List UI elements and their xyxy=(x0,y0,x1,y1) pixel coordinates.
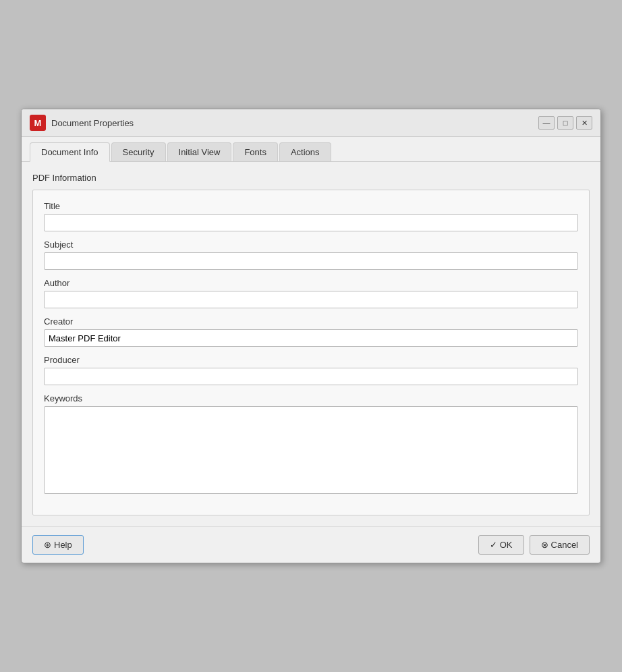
title-group: Title xyxy=(44,201,578,231)
footer-right: ✓ OK ⊗ Cancel xyxy=(478,535,590,555)
section-title: PDF Information xyxy=(32,173,590,183)
close-button[interactable]: ✕ xyxy=(576,116,592,130)
creator-group: Creator xyxy=(44,316,578,347)
minimize-button[interactable]: — xyxy=(538,116,555,130)
footer: ⊛ Help ✓ OK ⊗ Cancel xyxy=(22,526,600,563)
help-icon: ⊛ xyxy=(44,540,51,550)
tab-bar: Document Info Security Initial View Font… xyxy=(22,137,600,162)
title-input[interactable] xyxy=(44,214,578,231)
ok-button[interactable]: ✓ OK xyxy=(478,535,524,555)
producer-group: Producer xyxy=(44,355,578,385)
creator-input[interactable] xyxy=(44,329,578,347)
content-area: PDF Information Title Subject Author Cre… xyxy=(22,162,600,526)
subject-label: Subject xyxy=(44,240,578,250)
ok-label: OK xyxy=(500,540,513,550)
keywords-label: Keywords xyxy=(44,393,578,403)
creator-label: Creator xyxy=(44,316,578,327)
subject-input[interactable] xyxy=(44,252,578,270)
tab-security[interactable]: Security xyxy=(111,142,166,161)
author-label: Author xyxy=(44,278,578,288)
titlebar: M Document Properties — □ ✕ xyxy=(22,109,600,137)
app-icon: M xyxy=(30,115,46,131)
cancel-label: Cancel xyxy=(551,540,578,550)
tab-document-info[interactable]: Document Info xyxy=(30,142,110,162)
ok-check-icon: ✓ xyxy=(490,540,497,550)
keywords-group: Keywords xyxy=(44,393,578,496)
title-label: Title xyxy=(44,201,578,211)
tab-actions[interactable]: Actions xyxy=(279,142,331,161)
form-panel: Title Subject Author Creator Producer xyxy=(32,190,590,515)
tab-initial-view[interactable]: Initial View xyxy=(167,142,232,161)
window-title: Document Properties xyxy=(51,118,134,128)
subject-group: Subject xyxy=(44,240,578,270)
cancel-button[interactable]: ⊗ Cancel xyxy=(530,535,590,555)
help-button[interactable]: ⊛ Help xyxy=(32,535,84,555)
help-label: Help xyxy=(54,540,72,550)
keywords-textarea[interactable] xyxy=(44,406,578,494)
author-input[interactable] xyxy=(44,291,578,308)
author-group: Author xyxy=(44,278,578,308)
maximize-button[interactable]: □ xyxy=(557,116,573,130)
producer-label: Producer xyxy=(44,355,578,365)
titlebar-left: M Document Properties xyxy=(30,115,134,131)
titlebar-controls: — □ ✕ xyxy=(538,116,592,130)
producer-input[interactable] xyxy=(44,368,578,385)
cancel-icon: ⊗ xyxy=(541,540,548,550)
document-properties-window: M Document Properties — □ ✕ Document Inf… xyxy=(21,109,601,563)
tab-fonts[interactable]: Fonts xyxy=(233,142,278,161)
